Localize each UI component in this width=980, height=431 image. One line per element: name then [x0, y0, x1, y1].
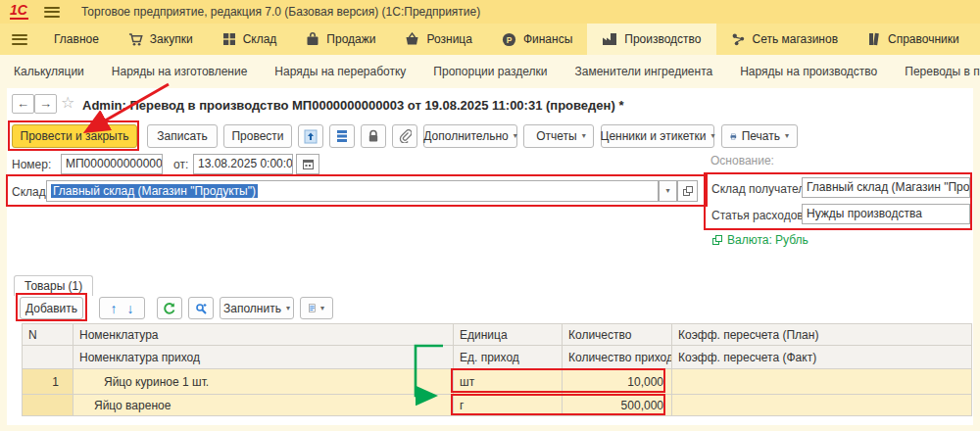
open-link-icon [683, 186, 693, 196]
receiver-warehouse-field[interactable]: Главный склад (Магазин "Продукты") [802, 177, 970, 198]
menu-item-warehouse[interactable]: Склад [208, 24, 292, 55]
receiver-warehouse-label: Склад получатель: [711, 182, 814, 196]
calendar-button[interactable] [296, 154, 319, 174]
unit-cell[interactable]: шт [454, 369, 563, 395]
menu-item-references[interactable]: Справочники [853, 24, 974, 55]
row-number-cell[interactable]: 1 [23, 369, 74, 395]
cart-icon [128, 32, 143, 47]
submenu-ingredient-substitutes[interactable]: Заменители ингредиента [561, 65, 726, 78]
fill-button[interactable]: Заполнить ▾ [220, 297, 294, 319]
submenu-transfers-to-production[interactable]: Переводы в производство [891, 65, 980, 78]
post-document-button[interactable] [298, 124, 323, 148]
sections-menu-button[interactable] [0, 24, 39, 55]
col-header-coeff-plan[interactable]: Коэфф. пересчета (План) [672, 324, 972, 346]
bag-icon [306, 32, 319, 46]
save-button[interactable]: Записать [147, 124, 218, 148]
window-title: Торговое предприятие, редакция 7.0 (Базо… [81, 5, 480, 19]
print-button[interactable]: Печать ▾ [721, 124, 798, 148]
menu-item-main[interactable]: Главное [39, 24, 114, 55]
submenu-production-orders[interactable]: Наряды на производство [726, 65, 891, 78]
menu-item-retail[interactable]: Розница [390, 24, 486, 55]
items-table: N Номенклатура Единица Количество Коэфф.… [22, 323, 972, 416]
submenu-processing-orders[interactable]: Наряды на переработку [261, 65, 419, 78]
factory-icon [602, 32, 617, 46]
chevron-down-icon: ▾ [286, 305, 290, 312]
refresh-button[interactable] [157, 297, 182, 319]
grid-icon [222, 32, 236, 46]
svg-text:P: P [507, 34, 513, 44]
submenu-cutting-proportions[interactable]: Пропорции разделки [419, 65, 561, 78]
coeff-plan-cell[interactable] [672, 369, 972, 395]
basket-icon [405, 32, 419, 46]
col-header-unit[interactable]: Единица [454, 324, 563, 346]
quantity-cell[interactable]: 10,000 [563, 369, 672, 395]
attachments-button[interactable] [392, 124, 417, 148]
more-actions-button[interactable]: Дополнительно ▾ [423, 124, 517, 148]
stacked-list-icon [336, 129, 348, 143]
chevron-down-icon: ▾ [665, 187, 669, 195]
submenu-calculations[interactable]: Калькуляции [0, 65, 98, 78]
lock-button[interactable] [361, 124, 386, 148]
chevron-down-icon: ▾ [320, 305, 324, 312]
col-header-quantity-in[interactable]: Количество приход [563, 346, 672, 369]
post-button[interactable]: Провести [223, 124, 292, 148]
refresh-icon [163, 302, 176, 315]
list-output-button[interactable]: ▾ [300, 297, 333, 319]
col-header-nomenclature[interactable]: Номенклатура [74, 324, 454, 346]
menu-item-reports[interactable]: Отчеты [974, 24, 980, 55]
chevron-down-icon: ▾ [711, 132, 715, 140]
page-list-icon [309, 302, 316, 314]
reports-button[interactable]: Отчеты ▾ [523, 124, 594, 148]
nomenclature-in-cell[interactable]: Яйцо вареное [74, 395, 454, 416]
move-row-buttons[interactable]: ↑ ↓ [99, 297, 145, 319]
currency-link[interactable]: Валюта: Рубль [712, 233, 808, 247]
1c-logo-icon: 1С [10, 4, 28, 20]
coeff-fact-cell[interactable] [672, 395, 972, 416]
menu-item-store-network[interactable]: Сеть магазинов [716, 24, 853, 55]
expense-item-field[interactable]: Нужды производства [802, 204, 970, 224]
basis-label: Основание: [710, 154, 774, 168]
col-header-coeff-fact[interactable]: Коэфф. пересчета (Факт) [672, 346, 972, 369]
nomenclature-cell[interactable]: Яйцо куриное 1 шт. [74, 369, 454, 395]
title-bar: 1С Торговое предприятие, редакция 7.0 (Б… [0, 0, 980, 24]
favorite-star-icon[interactable]: ☆ [61, 93, 74, 112]
warehouse-selected-text: Главный склад (Магазин "Продукты") [51, 184, 258, 198]
lock-icon [368, 129, 379, 143]
col-header-n[interactable]: N [23, 324, 74, 346]
chevron-down-icon: ▾ [785, 132, 789, 140]
finance-icon: P [502, 32, 516, 47]
warehouse-dropdown-button[interactable]: ▾ [659, 180, 677, 202]
menu-item-production[interactable]: Производство [587, 24, 715, 55]
row-number-cell-sub[interactable] [23, 395, 74, 416]
warehouse-field[interactable]: Главный склад (Магазин "Продукты") [46, 180, 659, 202]
col-header-quantity[interactable]: Количество [563, 324, 672, 346]
post-and-close-button[interactable]: Провести и закрыть [12, 124, 137, 148]
quantity-in-cell[interactable]: 500,000 [563, 395, 672, 416]
document-movements-button[interactable] [329, 124, 355, 148]
printer-icon [730, 130, 737, 143]
move-down-icon: ↓ [127, 302, 134, 315]
document-title: Admin: Перевод в производство МП00000000… [82, 98, 623, 113]
number-label: Номер: [12, 158, 51, 171]
price-tags-button[interactable]: Ценники и этикетки ▾ [601, 124, 714, 148]
menu-item-finance[interactable]: P Финансы [487, 24, 587, 55]
forward-button[interactable]: → [34, 94, 57, 114]
tab-goods[interactable]: Товары (1) [14, 275, 93, 296]
currency-link-icon [712, 235, 722, 245]
main-menu-icon[interactable] [44, 7, 60, 18]
expense-item-label: Статья расходов: [711, 209, 807, 222]
submenu-manufacture-orders[interactable]: Наряды на изготовление [98, 65, 262, 78]
col-header-unit-in[interactable]: Ед. приход [454, 346, 563, 369]
main-menu-bar: Главное Закупки Склад Продажи Розница P … [0, 24, 980, 55]
warehouse-open-button[interactable] [677, 180, 698, 202]
add-row-button[interactable]: Добавить [20, 297, 83, 319]
date-field[interactable]: 13.08.2025 0:00:00 [193, 154, 293, 174]
pick-items-button[interactable] [188, 297, 214, 319]
number-field[interactable]: МП0000000000003 [61, 154, 163, 174]
unit-in-cell[interactable]: г [454, 395, 563, 416]
magic-pick-icon [194, 302, 208, 315]
col-header-nomenclature-in[interactable]: Номенклатура приход [74, 346, 454, 369]
back-button[interactable]: ← [12, 94, 34, 114]
menu-item-purchases[interactable]: Закупки [114, 24, 208, 55]
menu-item-sales[interactable]: Продажи [291, 24, 390, 55]
